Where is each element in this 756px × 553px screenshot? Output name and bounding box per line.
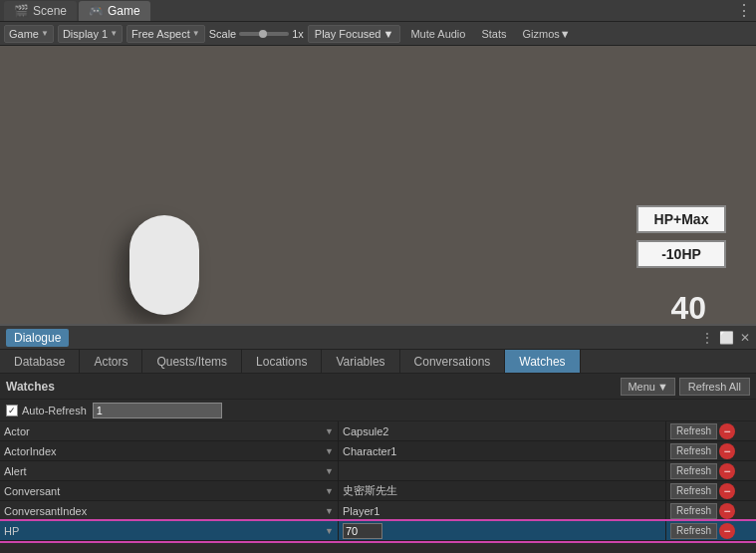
key-dropdown-hp[interactable]: ▼	[325, 526, 334, 536]
gizmos-button[interactable]: Gizmos ▼	[517, 25, 577, 43]
refresh-button-alert[interactable]: Refresh	[670, 463, 717, 479]
key-dropdown-conversant[interactable]: ▼	[325, 486, 334, 496]
refresh-button-conversant[interactable]: Refresh	[670, 483, 717, 499]
table-row: Actor ▼ Capsule2 Refresh −	[0, 421, 756, 441]
remove-button-actorindex[interactable]: −	[719, 443, 735, 459]
row-key-actorindex: ActorIndex ▼	[0, 441, 339, 460]
dialogue-title-tab[interactable]: Dialogue	[6, 329, 69, 347]
subtab-database[interactable]: Database	[0, 350, 80, 373]
table-row: Alert ▼ Refresh −	[0, 461, 756, 481]
row-actions-actor: Refresh −	[666, 423, 756, 439]
play-focused-button[interactable]: Play Focused ▼	[308, 25, 401, 43]
display-arrow: ▼	[110, 29, 118, 38]
remove-button-conversantindex[interactable]: −	[719, 503, 735, 519]
watches-title: Watches	[6, 380, 55, 394]
row-value-conversantindex: Player1	[339, 501, 666, 520]
row-key-conversant: Conversant ▼	[0, 481, 339, 500]
row-key-actor: Actor ▼	[0, 421, 339, 440]
key-dropdown-alert[interactable]: ▼	[325, 466, 334, 476]
remove-button-conversant[interactable]: −	[719, 483, 735, 499]
remove-button-alert[interactable]: −	[719, 463, 735, 479]
watches-actions: Menu ▼ Refresh All	[621, 378, 750, 396]
panel-more-icon[interactable]: ⋮	[701, 331, 713, 345]
table-row: ConversantIndex ▼ Player1 Refresh −	[0, 501, 756, 521]
subtab-locations[interactable]: Locations	[242, 350, 322, 373]
row-value-hp	[339, 521, 666, 540]
panel-maximize-icon[interactable]: ⬜	[719, 331, 734, 345]
toolbar: Game ▼ Display 1 ▼ Free Aspect ▼ Scale 1…	[0, 22, 756, 46]
menu-arrow: ▼	[657, 381, 668, 393]
tab-game[interactable]: 🎮 Game	[79, 1, 150, 21]
row-key-conversantindex: ConversantIndex ▼	[0, 501, 339, 520]
game-select[interactable]: Game ▼	[4, 25, 54, 43]
refresh-button-actorindex[interactable]: Refresh	[670, 443, 717, 459]
remove-button-hp[interactable]: −	[719, 523, 735, 539]
auto-refresh-checkbox[interactable]: ✓	[6, 405, 18, 416]
scale-slider[interactable]	[239, 32, 289, 36]
subtab-conversations[interactable]: Conversations	[400, 350, 506, 373]
key-dropdown-conversantindex[interactable]: ▼	[325, 506, 334, 516]
gizmos-arrow: ▼	[560, 28, 571, 40]
table-row: HP ▼ Refresh −	[0, 521, 756, 541]
subtab-actors[interactable]: Actors	[80, 350, 142, 373]
row-actions-conversant: Refresh −	[666, 483, 756, 499]
auto-refresh-input[interactable]	[93, 403, 222, 418]
tab-game-label: Game	[108, 4, 140, 18]
table-row: ActorIndex ▼ Character1 Refresh −	[0, 441, 756, 461]
subtab-watches[interactable]: Watches	[505, 350, 580, 373]
panel-header-icons: ⋮ ⬜ ✕	[701, 331, 750, 345]
row-value-actorindex: Character1	[339, 441, 666, 460]
tab-bar: 🎬 Scene 🎮 Game ⋮	[0, 0, 756, 22]
tab-scene[interactable]: 🎬 Scene	[4, 1, 77, 21]
row-actions-conversantindex: Refresh −	[666, 503, 756, 519]
capsule-object	[129, 215, 199, 315]
hp-max-button[interactable]: HP+Max	[636, 205, 726, 233]
remove-button-actor[interactable]: −	[719, 423, 735, 439]
scale-thumb	[259, 30, 267, 38]
row-actions-actorindex: Refresh −	[666, 443, 756, 459]
auto-refresh-row: ✓ Auto-Refresh	[0, 400, 756, 421]
play-focused-arrow: ▼	[383, 28, 394, 40]
aspect-arrow: ▼	[192, 29, 200, 38]
hp-value-input[interactable]	[343, 523, 382, 539]
panel-header: Dialogue ⋮ ⬜ ✕	[0, 326, 756, 350]
watches-toolbar: Watches Menu ▼ Refresh All	[0, 374, 756, 400]
row-key-hp: HP ▼	[0, 521, 339, 540]
subtab-row: Database Actors Quests/Items Locations V…	[0, 350, 756, 374]
row-actions-alert: Refresh −	[666, 463, 756, 479]
refresh-button-hp[interactable]: Refresh	[670, 523, 717, 539]
stats-button[interactable]: Stats	[475, 25, 512, 43]
game-select-arrow: ▼	[41, 29, 49, 38]
menu-button[interactable]: Menu ▼	[621, 378, 674, 396]
game-viewport: HP+Max -10HP 40	[0, 46, 756, 350]
aspect-select[interactable]: Free Aspect ▼	[126, 25, 205, 43]
row-value-actor: Capsule2	[339, 421, 666, 440]
key-dropdown-actor[interactable]: ▼	[325, 426, 334, 436]
subtab-variables[interactable]: Variables	[322, 350, 399, 373]
minus-hp-button[interactable]: -10HP	[636, 240, 726, 268]
watches-table: Actor ▼ Capsule2 Refresh − ActorIndex ▼ …	[0, 421, 756, 541]
table-row: Conversant ▼ 史密斯先生 Refresh −	[0, 481, 756, 501]
hp-display-value: 40	[670, 290, 706, 327]
row-actions-hp: Refresh −	[666, 523, 756, 539]
game-icon: 🎮	[89, 4, 104, 18]
scale-control: Scale 1x	[209, 28, 304, 40]
tab-scene-label: Scene	[33, 4, 67, 18]
row-value-conversant: 史密斯先生	[339, 481, 666, 500]
mute-audio-button[interactable]: Mute Audio	[404, 25, 471, 43]
auto-refresh-label: ✓ Auto-Refresh	[6, 405, 87, 416]
dialogue-panel: Dialogue ⋮ ⬜ ✕ Database Actors Quests/It…	[0, 324, 756, 553]
refresh-button-conversantindex[interactable]: Refresh	[670, 503, 717, 519]
key-dropdown-actorindex[interactable]: ▼	[325, 446, 334, 456]
refresh-all-button[interactable]: Refresh All	[679, 378, 750, 396]
display-select[interactable]: Display 1 ▼	[58, 25, 123, 43]
panel-close-icon[interactable]: ✕	[740, 331, 750, 345]
scene-icon: 🎬	[14, 4, 29, 18]
row-value-alert	[339, 461, 666, 480]
tab-menu-dots[interactable]: ⋮	[736, 1, 752, 20]
subtab-quests[interactable]: Quests/Items	[142, 350, 242, 373]
row-key-alert: Alert ▼	[0, 461, 339, 480]
refresh-button-actor[interactable]: Refresh	[670, 423, 717, 439]
